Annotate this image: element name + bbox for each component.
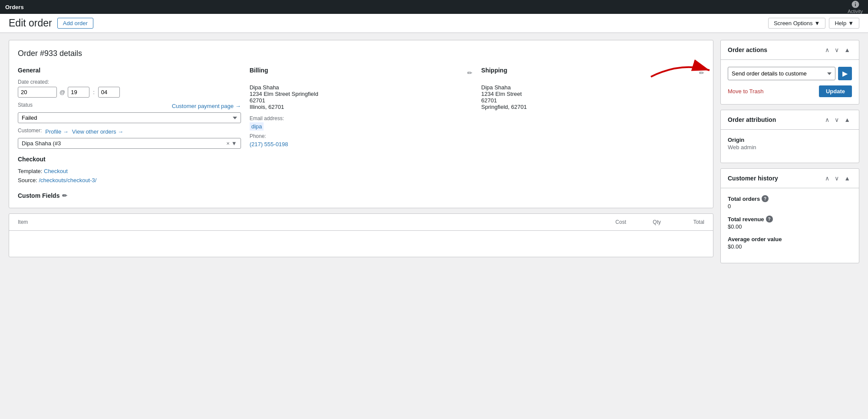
- source-row: Source: /checkouts/checkout-3/: [18, 177, 241, 183]
- total-orders-row: Total orders ? 0: [728, 195, 852, 210]
- edit-shipping-icon[interactable]: ✏: [699, 69, 704, 76]
- col-item: Item: [18, 219, 583, 225]
- history-panel-controls: ∧ ∨ ▲: [823, 174, 852, 183]
- order-attribution-body: Origin Web admin: [721, 130, 859, 163]
- checkout-section: Checkout Template: Checkout Source: /che…: [18, 156, 241, 183]
- customer-payment-link[interactable]: Customer payment page →: [172, 103, 241, 109]
- total-orders-help-icon[interactable]: ?: [762, 195, 769, 202]
- date-created-label: Date created:: [18, 79, 241, 85]
- history-expand-btn[interactable]: ∨: [833, 174, 841, 183]
- source-label: Source:: [18, 177, 37, 183]
- action-footer: Move to Trash Update: [728, 85, 852, 97]
- template-row: Template: Checkout: [18, 168, 241, 174]
- time-separator: :: [93, 89, 95, 95]
- general-section: General Date created: @ :: [18, 67, 241, 199]
- customer-select[interactable]: Dipa Shaha (#3 × ▼: [18, 138, 241, 149]
- customer-name: Dipa Shaha (#3: [22, 140, 226, 147]
- edit-custom-fields-icon[interactable]: ✏: [62, 192, 67, 199]
- order-attribution-title: Order attribution: [728, 116, 776, 123]
- attribution-expand-btn[interactable]: ∨: [833, 115, 841, 124]
- email-label: Email address:: [250, 115, 473, 121]
- phone-label: Phone:: [250, 133, 473, 139]
- avg-order-label: Average order value: [728, 236, 852, 242]
- col-cost: Cost: [583, 219, 626, 225]
- order-attribution-panel: Order attribution ∧ ∨ ▲ Origin Web admin: [720, 110, 859, 163]
- order-action-select[interactable]: Send order details to custome Resend new…: [728, 67, 835, 80]
- custom-fields-row: Custom Fields ✏: [18, 192, 241, 199]
- billing-email: dipa: [250, 122, 264, 131]
- update-button[interactable]: Update: [819, 85, 852, 97]
- checkout-template-link[interactable]: Checkout: [44, 168, 68, 174]
- panel-controls: ∧ ∨ ▲: [823, 46, 852, 54]
- total-orders-label: Total orders ?: [728, 195, 852, 202]
- order-actions-body: Send order details to custome Resend new…: [721, 60, 859, 104]
- panel-collapse-btn[interactable]: ∧: [823, 46, 831, 54]
- status-select[interactable]: Failed Pending payment Processing On hol…: [18, 112, 241, 123]
- run-action-button[interactable]: ▶: [838, 67, 852, 80]
- items-table-header: Item Cost Qty Total: [9, 214, 713, 231]
- move-to-trash-link[interactable]: Move to Trash: [728, 88, 763, 95]
- order-details-title: Order #933 details: [18, 49, 704, 58]
- activity-button[interactable]: Activity: [848, 0, 863, 14]
- history-toggle-btn[interactable]: ▲: [842, 174, 852, 183]
- status-label: Status: [18, 102, 33, 108]
- billing-address2: 62701: [250, 97, 473, 104]
- customer-history-header[interactable]: Customer history ∧ ∨ ▲: [721, 169, 859, 188]
- view-other-orders-link[interactable]: View other orders →: [72, 128, 123, 135]
- order-actions-title: Order actions: [728, 46, 767, 53]
- date-input[interactable]: [18, 87, 57, 98]
- shipping-address1: 1234 Elm Street: [481, 91, 704, 97]
- panel-expand-btn[interactable]: ∨: [833, 46, 841, 54]
- screen-options-button[interactable]: Screen Options ▼: [768, 18, 825, 29]
- billing-address1: 1234 Elm Street Springfield: [250, 91, 473, 97]
- minute-input[interactable]: [98, 87, 120, 98]
- origin-row: Origin Web admin: [728, 137, 852, 151]
- total-orders-value: 0: [728, 203, 852, 210]
- source-link[interactable]: /checkouts/checkout-3/: [39, 177, 96, 183]
- custom-fields-label: Custom Fields: [18, 192, 59, 199]
- origin-label: Origin: [728, 137, 852, 143]
- edit-billing-icon[interactable]: ✏: [467, 69, 472, 76]
- chevron-down-icon: ▼: [815, 20, 820, 26]
- attribution-panel-controls: ∧ ∨ ▲: [823, 115, 852, 124]
- billing-state: Illinois, 62701: [250, 104, 473, 110]
- order-details-card: Order #933 details General Date created:…: [9, 40, 713, 208]
- total-revenue-help-icon[interactable]: ?: [766, 216, 773, 223]
- right-sidebar: Order actions ∧ ∨ ▲ Send order details t…: [720, 40, 859, 407]
- customer-history-body: Total orders ? 0 Total revenue ? $0.00: [721, 188, 859, 263]
- clear-customer-icon[interactable]: ×: [226, 140, 230, 147]
- total-revenue-label: Total revenue ?: [728, 216, 852, 223]
- avg-order-row: Average order value $0.00: [728, 236, 852, 250]
- page-title: Edit order: [9, 17, 52, 29]
- hour-input[interactable]: [68, 87, 89, 98]
- avg-order-value: $0.00: [728, 243, 852, 250]
- attribution-collapse-btn[interactable]: ∧: [823, 115, 831, 124]
- add-order-button[interactable]: Add order: [57, 18, 93, 29]
- order-attribution-header[interactable]: Order attribution ∧ ∨ ▲: [721, 110, 859, 130]
- general-title: General: [18, 67, 241, 74]
- history-collapse-btn[interactable]: ∧: [823, 174, 831, 183]
- help-button[interactable]: Help ▼: [829, 18, 859, 29]
- billing-name: Dipa Shaha: [250, 84, 473, 91]
- shipping-city-state: Springfield, 62701: [481, 104, 704, 110]
- billing-phone[interactable]: (217) 555-0198: [250, 141, 288, 147]
- customer-dropdown-icon[interactable]: ▼: [231, 140, 237, 147]
- admin-bar-title: Orders: [5, 4, 24, 10]
- shipping-section: Shipping ✏ Dipa Shaha 1234 Elm Street 62…: [481, 67, 704, 199]
- origin-value: Web admin: [728, 144, 852, 151]
- template-label: Template:: [18, 168, 42, 174]
- items-empty-body: [9, 231, 713, 257]
- items-card: Item Cost Qty Total: [9, 213, 713, 257]
- panel-toggle-btn[interactable]: ▲: [842, 46, 852, 54]
- customer-label: Customer:: [18, 128, 42, 134]
- profile-link[interactable]: Profile →: [45, 128, 68, 135]
- checkout-title: Checkout: [18, 156, 241, 163]
- billing-section: Billing ✏ Dipa Shaha 1234 Elm Street Spr…: [250, 67, 473, 199]
- total-revenue-value: $0.00: [728, 223, 852, 230]
- page-header: Edit order Add order Screen Options ▼ He…: [0, 14, 868, 33]
- customer-history-panel: Customer history ∧ ∨ ▲ Total orders ? 0: [720, 168, 859, 263]
- attribution-toggle-btn[interactable]: ▲: [842, 115, 852, 124]
- shipping-address2: 62701: [481, 97, 704, 104]
- order-actions-header[interactable]: Order actions ∧ ∨ ▲: [721, 40, 859, 60]
- activity-label: Activity: [848, 9, 863, 14]
